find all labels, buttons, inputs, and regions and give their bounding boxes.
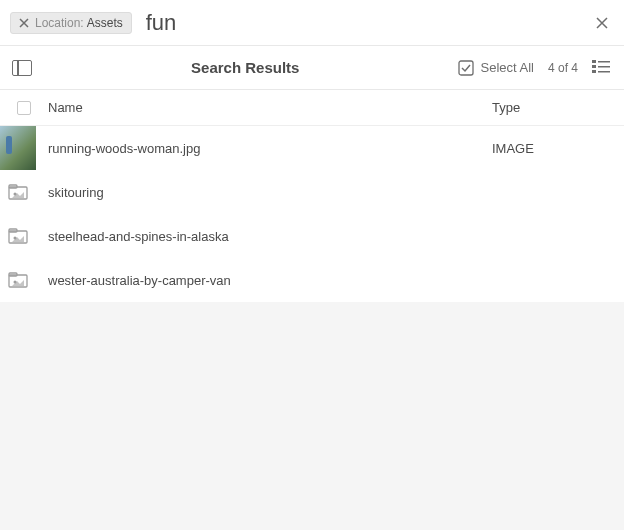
folder-icon — [0, 258, 36, 302]
table-row[interactable]: steelhead-and-spines-in-alaska — [0, 214, 624, 258]
checkmark-icon — [458, 60, 474, 76]
page-title: Search Results — [32, 59, 458, 76]
search-input[interactable] — [142, 8, 590, 38]
folder-icon — [0, 170, 36, 214]
rail-toggle-icon[interactable] — [12, 60, 32, 76]
select-all-button[interactable]: Select All — [458, 60, 533, 76]
svg-rect-3 — [592, 65, 596, 68]
svg-rect-2 — [598, 61, 610, 63]
thumbnail-image — [0, 126, 36, 170]
header-checkbox[interactable] — [17, 101, 31, 115]
search-bar: Location: Assets — [0, 0, 624, 46]
table-row[interactable]: running-woods-woman.jpgIMAGE — [0, 126, 624, 170]
chip-label: Location: — [35, 16, 84, 30]
row-name: skitouring — [36, 185, 492, 200]
list-view-icon[interactable] — [592, 60, 612, 76]
svg-rect-6 — [598, 71, 610, 73]
chip-value: Assets — [87, 16, 123, 30]
filter-chip-location[interactable]: Location: Assets — [10, 12, 132, 34]
app-root: Location: Assets Search Results Select A… — [0, 0, 624, 530]
table-header: Name Type — [0, 90, 624, 126]
table-row[interactable]: skitouring — [0, 170, 624, 214]
row-name: running-woods-woman.jpg — [36, 141, 492, 156]
toolbar: Search Results Select All 4 of 4 — [0, 46, 624, 90]
svg-rect-4 — [598, 66, 610, 68]
column-header-type[interactable]: Type — [492, 100, 612, 115]
result-count: 4 of 4 — [548, 61, 578, 75]
column-header-name[interactable]: Name — [38, 100, 492, 115]
table-row[interactable]: wester-australia-by-camper-van — [0, 258, 624, 302]
close-search-button[interactable] — [590, 11, 614, 35]
svg-rect-5 — [592, 70, 596, 73]
toolbar-actions: Select All 4 of 4 — [458, 60, 612, 76]
row-type: IMAGE — [492, 141, 612, 156]
svg-rect-0 — [459, 61, 473, 75]
results-list: running-woods-woman.jpgIMAGEskitouringst… — [0, 126, 624, 302]
row-name: wester-australia-by-camper-van — [36, 273, 492, 288]
header-select-col — [10, 101, 38, 115]
svg-rect-1 — [592, 60, 596, 63]
empty-area — [0, 302, 624, 530]
folder-icon — [0, 214, 36, 258]
select-all-label: Select All — [480, 60, 533, 75]
row-name: steelhead-and-spines-in-alaska — [36, 229, 492, 244]
close-icon[interactable] — [19, 18, 29, 28]
